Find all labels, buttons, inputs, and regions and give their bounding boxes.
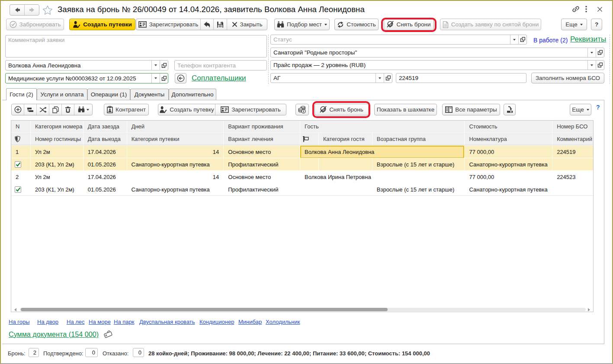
- copayers-back-button[interactable]: [175, 73, 186, 83]
- close-button[interactable]: Закрыть: [227, 19, 267, 30]
- agency-open-button[interactable]: [384, 73, 392, 83]
- agency-dropdown-button[interactable]: [376, 73, 384, 83]
- save-button[interactable]: [214, 19, 227, 30]
- cell-bso[interactable]: 224523: [552, 171, 593, 183]
- tab-documents[interactable]: Документы: [130, 89, 169, 100]
- delete-row-button[interactable]: [62, 104, 74, 115]
- link-sea[interactable]: На море: [89, 319, 111, 325]
- cell-cost[interactable]: 77 000,00: [465, 171, 552, 183]
- undo-button[interactable]: [201, 19, 214, 30]
- link-fridge[interactable]: Холодильник: [266, 319, 300, 325]
- cell-guest-category[interactable]: [319, 158, 372, 170]
- phone-input[interactable]: Телефон контрагента: [174, 60, 267, 70]
- cell-age-group[interactable]: Взрослые (с 15 лет и старше): [372, 183, 465, 195]
- forward-button[interactable]: [25, 5, 39, 15]
- link-minibar[interactable]: Минибар: [238, 319, 262, 325]
- col-header-treatment[interactable]: Вариант лечения: [224, 133, 300, 145]
- row-checkbox-checked[interactable]: [15, 186, 21, 193]
- more-button[interactable]: Еще: [561, 19, 587, 30]
- booked-input[interactable]: 2: [29, 348, 39, 357]
- cell-departure[interactable]: 01.05.2026: [83, 183, 127, 195]
- cell-flag[interactable]: [300, 183, 319, 195]
- cell-bso[interactable]: 224519: [552, 146, 593, 158]
- output-button[interactable]: [504, 104, 516, 115]
- table-row[interactable]: 203 (К1, Ул 2м) 01.05.2026 Санаторно-кур…: [11, 183, 593, 196]
- cell-checkbox[interactable]: [11, 158, 31, 170]
- col-header-stay-variant[interactable]: Вариант проживания: [224, 121, 300, 132]
- cell-room-category[interactable]: Ул 2м: [31, 146, 83, 158]
- create-voucher-button[interactable]: Создать путевку: [158, 104, 215, 115]
- h-scrollbar-thumb[interactable]: [21, 308, 388, 311]
- col-header-nomenclature[interactable]: Номенклатура: [465, 133, 552, 145]
- contractor-dropdown-button[interactable]: [151, 61, 160, 70]
- cell-hotel-room[interactable]: 203 (К1, Ул 2м): [31, 158, 83, 170]
- col-header-departure[interactable]: Дата выезда: [83, 133, 127, 145]
- cell-stay-variant[interactable]: Основное место: [224, 171, 300, 183]
- scroll-right-arrow[interactable]: [587, 308, 591, 312]
- find-button[interactable]: [74, 104, 92, 115]
- cell-cost[interactable]: 77 000,00: [465, 146, 552, 158]
- menu-kebab-icon[interactable]: [585, 6, 587, 13]
- cell-flag[interactable]: [300, 158, 319, 170]
- show-chess-button[interactable]: Показать в шахматке: [374, 104, 437, 115]
- cell-age-group[interactable]: Взрослые (с 15 лет и старше): [372, 158, 465, 170]
- cell-guest[interactable]: Волкова Ирина Петровна: [300, 171, 465, 183]
- sanatorium-combo[interactable]: Санаторий "Родные просторы": [270, 48, 604, 57]
- col-header-shield[interactable]: [11, 133, 31, 145]
- sanatorium-open-button[interactable]: [596, 48, 604, 57]
- cell-comment[interactable]: [552, 183, 593, 195]
- table-row[interactable]: 2 Ул 2м 17.04.2026 14 Основное место Вол…: [11, 171, 593, 183]
- col-header-days[interactable]: Дней: [127, 121, 224, 132]
- all-params-button[interactable]: Все параметры: [442, 104, 500, 115]
- cell-treatment[interactable]: Профилактический: [224, 183, 300, 195]
- contract-open-button[interactable]: [160, 73, 168, 83]
- cell-hotel-room[interactable]: 203 (К1, Ул 2м): [31, 183, 83, 195]
- tab-operations[interactable]: Операции (1): [87, 89, 130, 100]
- tab-additional[interactable]: Дополнительно: [169, 89, 216, 100]
- active-cell[interactable]: Волкова Анна Леонидовна: [300, 146, 464, 158]
- create-from-removed-button[interactable]: Создать заявку по снятой брони: [440, 19, 541, 30]
- status-open-button[interactable]: [518, 35, 526, 44]
- confirmed-input[interactable]: 0: [85, 348, 98, 357]
- cell-comment[interactable]: [552, 158, 593, 170]
- col-header-guest-category[interactable]: Категория гостя: [319, 133, 372, 145]
- cell-arrival[interactable]: 17.04.2026: [83, 146, 127, 158]
- tab-services[interactable]: Услуги и оплата: [37, 89, 87, 100]
- contract-dropdown-button[interactable]: [151, 73, 160, 83]
- cell-stay-variant[interactable]: Основное место: [224, 146, 300, 158]
- status-combo[interactable]: Статус: [270, 35, 527, 45]
- prices-button[interactable]: [295, 104, 309, 115]
- col-header-room-category[interactable]: Категория номера: [31, 121, 83, 132]
- col-header-hotel-room[interactable]: Номер гостиницы: [31, 133, 83, 145]
- create-vouchers-button[interactable]: Создать путевки: [69, 19, 135, 30]
- cell-voucher-category[interactable]: Санаторно-курортная путевка: [127, 183, 224, 195]
- status-dropdown-button[interactable]: [510, 35, 518, 44]
- price-combo[interactable]: Прайс продаж — 2 уровень (RUB): [270, 60, 604, 70]
- col-header-flag[interactable]: [300, 133, 319, 145]
- link-park[interactable]: На парк: [114, 319, 134, 325]
- contractor-open-button[interactable]: [160, 61, 168, 70]
- cell-days[interactable]: 14: [127, 171, 224, 183]
- cost-button[interactable]: Стоимость: [334, 19, 379, 30]
- cell-days[interactable]: 14: [127, 146, 224, 158]
- link-yard[interactable]: На двор: [37, 319, 58, 325]
- cell-guest[interactable]: Волкова Анна Леонидовна: [300, 146, 465, 158]
- add-row-button[interactable]: [12, 104, 24, 115]
- sanatorium-dropdown-button[interactable]: [587, 48, 596, 57]
- get-link-icon[interactable]: [572, 5, 580, 13]
- register-button[interactable]: Зарегистрировать: [136, 19, 201, 30]
- book-button[interactable]: Забронировать: [6, 19, 64, 30]
- details-link[interactable]: Реквизиты: [570, 35, 606, 44]
- price-dropdown-button[interactable]: [587, 61, 596, 70]
- cell-n[interactable]: 1: [11, 146, 31, 158]
- price-open-button[interactable]: [596, 61, 604, 70]
- pick-places-button[interactable]: Подбор мест: [274, 19, 330, 30]
- declined-input[interactable]: 0: [133, 348, 144, 357]
- cell-treatment[interactable]: Профилактический: [224, 158, 300, 170]
- col-header-comment[interactable]: Комментарий: [552, 133, 593, 145]
- col-header-guest[interactable]: Гость: [300, 121, 465, 132]
- window-close-icon[interactable]: [597, 6, 603, 12]
- table-help-link[interactable]: ?: [596, 104, 600, 111]
- back-button[interactable]: [10, 5, 25, 15]
- bso-number-input[interactable]: 224519: [396, 73, 526, 83]
